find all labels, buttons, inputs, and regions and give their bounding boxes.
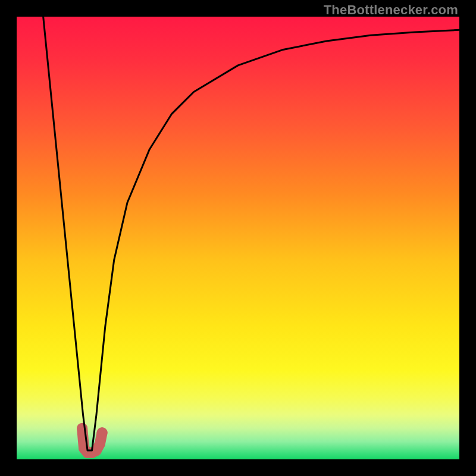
watermark-label: TheBottlenecker.com — [324, 2, 458, 18]
svg-rect-0 — [17, 17, 459, 459]
background-gradient — [17, 17, 459, 459]
plot-area — [17, 17, 459, 459]
chart-frame: TheBottlenecker.com — [0, 0, 476, 476]
